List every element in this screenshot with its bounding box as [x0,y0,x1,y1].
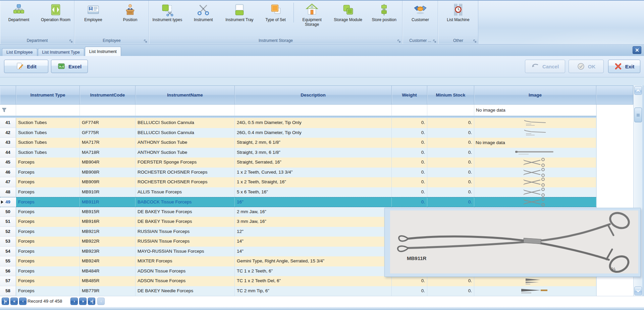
cell-instrument-type[interactable]: Suction Tubes [16,148,80,158]
cell-instrument-code[interactable]: MB779R [80,286,136,296]
cell-instrument-type[interactable]: Forceps [16,286,80,296]
row-number-cell[interactable]: 58 [0,286,16,296]
cell-instrument-type[interactable]: Forceps [16,158,80,168]
row-number-cell[interactable]: 49 [0,197,16,207]
cell-image[interactable] [474,168,596,178]
tab-list-instrument-type[interactable]: List Instrument Type [38,48,84,56]
cell-instrument-code[interactable]: MB924R [80,256,136,266]
cell-instrument-name[interactable]: DE BAKEY Needle Forceps [136,286,235,296]
ribbon-button-store-position[interactable]: Store position [366,3,402,22]
ribbon-button-customer[interactable]: Customer [403,3,438,22]
cell-minium-stock[interactable]: 0. [427,168,474,178]
ribbon-button-department[interactable]: Department [0,3,37,22]
ribbon-button-position[interactable]: Position [112,3,149,22]
cell-weight[interactable]: 0. [392,286,427,296]
row-number-cell[interactable]: 57 [0,276,16,286]
ribbon-button-instrument-types[interactable]: Instrument types [149,3,185,22]
cell-weight[interactable]: 0. [392,168,427,178]
cell-instrument-code[interactable]: MB916R [80,217,136,227]
cell-image[interactable] [474,128,596,138]
cell-instrument-name[interactable]: DE BAKEY Tissue Forceps [136,207,235,217]
ok-button[interactable]: OK [569,60,604,73]
cell-instrument-name[interactable]: ROCHESTER OCHSNER Forceps [136,177,235,187]
nav-prev-button[interactable]: ‹ [19,298,26,305]
cell-description[interactable]: TC 1 x 2 Teeth Del, 6” [235,276,392,286]
filter-cell[interactable] [427,105,474,116]
cell-instrument-name[interactable]: ADSON Tissue Forceps [136,266,235,276]
cell-weight[interactable]: 0. [392,197,427,207]
cell-description[interactable]: 14" [235,247,392,257]
row-number-cell[interactable]: 52 [0,227,16,237]
cell-description[interactable]: TC 2 mm Tip, 6” [235,286,392,296]
filter-cell[interactable] [392,105,427,116]
nav-next-button[interactable]: › [70,298,78,305]
tab-list-instrument[interactable]: List Instrument [85,47,121,56]
cell-weight[interactable]: 0. [392,148,427,158]
cell-instrument-code[interactable]: MB910R [80,187,136,197]
cell-instrument-code[interactable]: GF774R [80,118,136,128]
cell-minium-stock[interactable]: 0. [427,286,474,296]
cell-instrument-name[interactable]: MIXTER Forceps [136,256,235,266]
row-number-cell[interactable]: 46 [0,168,16,178]
cell-description[interactable]: 3 mm Jaw, 16” [235,217,392,227]
cell-instrument-type[interactable]: Forceps [16,247,80,257]
ribbon-button-storage-module[interactable]: Storage Module [330,3,366,22]
cell-minium-stock[interactable]: 0. [427,197,474,207]
nav-next-page-button[interactable]: » [79,298,87,305]
row-number-cell[interactable]: 48 [0,187,16,197]
dialog-launcher-icon[interactable] [432,39,437,43]
edit-button[interactable]: Edit [4,60,48,73]
excel-button[interactable]: XLS Excel [51,60,88,73]
cell-instrument-name[interactable]: ROCHESTER OCHSNER Forceps [136,168,235,178]
cell-instrument-type[interactable]: Forceps [16,187,80,197]
cell-image[interactable] [474,187,596,197]
cell-description[interactable]: TC 1 x 2 Teeth, 6” [235,266,392,276]
row-number-cell[interactable]: 55 [0,256,16,266]
cell-image[interactable] [474,276,596,286]
column-header-description[interactable]: Description [235,86,392,104]
filter-cell[interactable] [235,105,392,116]
cell-description[interactable]: 5 x 6 Teeth, 16” [235,187,392,197]
nav-edit-button[interactable]: ‹ [97,298,105,305]
filter-cell[interactable] [136,105,235,116]
dialog-launcher-icon[interactable] [143,39,148,43]
ribbon-button-type-of-set[interactable]: Type of Set [258,3,294,22]
exit-button[interactable]: Exit [608,60,640,73]
cell-description[interactable]: Straight, 3 mm, 6 1/8” [235,148,392,158]
cell-instrument-code[interactable]: GF775R [80,128,136,138]
cell-description[interactable]: 24G, 0.5 mm Diameter, Tip Only [235,118,392,128]
column-header-instrumentcode[interactable]: InstrumentCode [80,86,136,104]
cell-instrument-code[interactable]: MB915R [80,207,136,217]
cell-instrument-name[interactable]: DE BAKEY Tissue Forceps [136,217,235,227]
cell-instrument-name[interactable]: RUSSIAN Tissue Forceps [136,237,235,247]
row-number-cell[interactable]: 45 [0,158,16,168]
row-number-cell[interactable]: 51 [0,217,16,227]
ribbon-button-instrument[interactable]: Instrument [185,3,222,22]
row-number-cell[interactable]: 54 [0,247,16,257]
cell-instrument-code[interactable]: MB484R [80,266,136,276]
ribbon-button-equipment-storage[interactable]: Equipment Storage [294,3,330,27]
cell-description[interactable]: 14" [235,237,392,247]
cell-description[interactable]: Straight, 2 mm, 6 1/8” [235,138,392,148]
scroll-down-button[interactable] [634,287,642,295]
dialog-launcher-icon[interactable] [69,39,73,43]
cell-instrument-name[interactable]: BELLUCCI Suction Cannula [136,128,235,138]
cell-instrument-name[interactable]: FOERSTER Sponge Forceps [136,158,235,168]
cell-image[interactable] [474,118,596,128]
tab-list-employee[interactable]: List Employee [2,48,37,56]
cell-instrument-type[interactable]: Forceps [16,207,80,217]
dialog-launcher-icon[interactable] [397,39,401,43]
cell-instrument-type[interactable]: Forceps [16,266,80,276]
cell-instrument-code[interactable]: MA717R [80,138,136,148]
cell-instrument-type[interactable]: Suction Tubes [16,118,80,128]
cell-instrument-code[interactable]: MB908R [80,168,136,178]
row-number-cell[interactable]: 44 [0,148,16,158]
cell-instrument-name[interactable]: BABCOCK Tissue Forceps [136,197,235,207]
cell-description[interactable]: 1 x 2 Teeth, Straight, 16” [235,177,392,187]
cell-instrument-type[interactable]: Forceps [16,237,80,247]
cell-weight[interactable]: 0. [392,177,427,187]
cell-weight[interactable]: 0. [392,276,427,286]
cell-instrument-type[interactable]: Forceps [16,168,80,178]
cell-image[interactable] [474,148,596,158]
cell-image[interactable] [474,197,596,207]
